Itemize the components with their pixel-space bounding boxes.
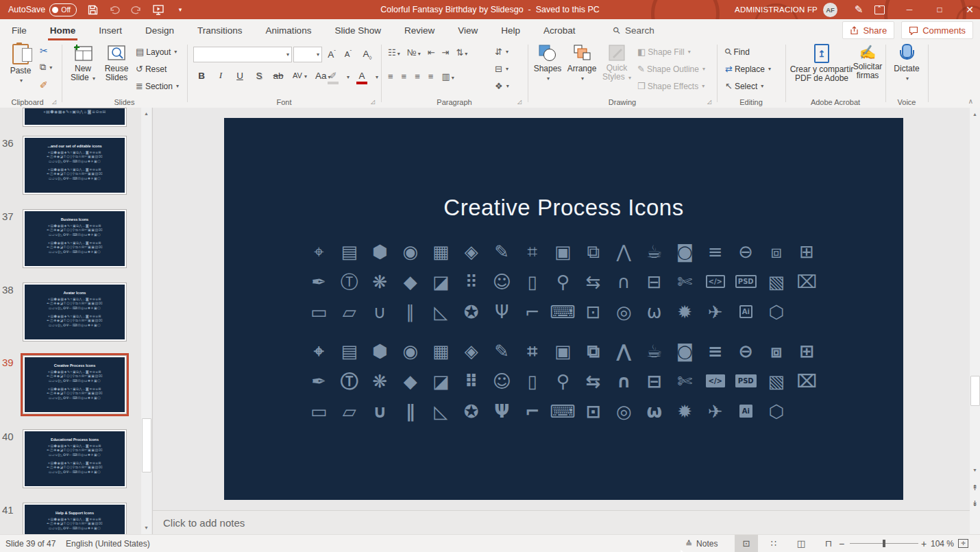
pen-nib-icon[interactable]: ✒ [304, 366, 334, 396]
language-indicator[interactable]: English (United States) [66, 535, 150, 552]
cubes-icon[interactable]: ⬢ [365, 237, 395, 267]
target-icon[interactable]: ◎ [609, 297, 639, 327]
bullets-button[interactable]: ☷▾ [388, 47, 400, 58]
cactus-icon[interactable]: Ψ [487, 297, 517, 327]
ribbon-display-options-icon[interactable]: ⌃ [869, 0, 890, 19]
cactus-icon[interactable]: Ψ [487, 396, 517, 427]
layers-icon[interactable]: ≡ [700, 336, 731, 366]
view-reading-button[interactable]: ◫ [789, 535, 813, 552]
notes-pane[interactable]: Click to add notes [153, 510, 970, 534]
grow-font-button[interactable]: Aˆ [326, 49, 337, 60]
collapse-ribbon-button[interactable]: ∧ [968, 97, 973, 105]
slide-thumbnail-36[interactable]: ...and our set of editable icons⌖▤⬢◉▦◈✎⌗… [23, 136, 127, 195]
coffee-cup-icon[interactable]: ☕ [639, 237, 670, 267]
text-frame-icon[interactable]: Ⓣ [334, 267, 365, 297]
clapperboard-icon[interactable]: ◪ [426, 267, 456, 297]
strikethrough-button[interactable]: ab [273, 71, 284, 81]
search-file-icon[interactable]: ⚲ [548, 366, 578, 396]
columns-button[interactable]: ▥▾ [441, 71, 454, 82]
share-button[interactable]: Share [842, 21, 894, 39]
diamond-icon[interactable]: ◆ [395, 366, 426, 396]
clear-formatting-button[interactable]: A◊ [362, 49, 373, 61]
color-wheel-icon[interactable]: ◉ [395, 336, 426, 366]
scroll-up-icon[interactable]: ▲ [970, 108, 980, 119]
camera-icon[interactable]: ◙ [670, 336, 700, 366]
crop-tool-icon[interactable]: ⌧ [792, 366, 822, 396]
slide[interactable]: Creative Process Icons ⌖▤⬢◉▦◈✎⌗▣⧉⋀☕◙≡⊖⧈⊞… [224, 118, 903, 500]
sketchbook-icon[interactable]: ▣ [548, 336, 578, 366]
character-spacing-button[interactable]: AV▾ [292, 71, 307, 80]
eraser-icon[interactable]: ▱ [334, 297, 365, 327]
devices-icon[interactable]: ⧈ [761, 237, 792, 267]
slide-indicator[interactable]: Slide 39 of 47 [5, 535, 56, 552]
slide-title[interactable]: Creative Process Icons [224, 195, 903, 221]
font-color-button[interactable]: A [356, 71, 367, 84]
autosave-pill[interactable]: Off [49, 3, 77, 16]
target-icon[interactable]: ◎ [609, 396, 639, 427]
pen-tools-icon[interactable]: ✎ [848, 0, 869, 19]
request-signatures-button[interactable]: ✍ Solicitar firmas [851, 44, 884, 80]
crop-tool-icon[interactable]: ⌧ [792, 267, 822, 297]
brain-icon[interactable]: ω [639, 396, 670, 427]
printer-icon[interactable]: ⊡ [578, 396, 609, 427]
clipboard-dialog-launcher[interactable]: ◿ [52, 99, 56, 105]
tab-slide-show[interactable]: Slide Show [323, 19, 393, 41]
brain-icon[interactable]: ω [639, 297, 670, 327]
fit-to-window-button[interactable]: ✛ [958, 535, 968, 552]
arrange-button[interactable]: Arrange▾ [565, 44, 599, 83]
reuse-slides-button[interactable]: Reuse Slides [100, 44, 133, 82]
image-frame-icon[interactable]: ▧ [761, 366, 792, 396]
select-button[interactable]: ↖Select▾ [725, 81, 763, 91]
font-dialog-launcher[interactable]: ◿ [371, 99, 375, 105]
slide-thumbnail-40[interactable]: Educational Process Icons⌖▤⬢◉▦◈✎⌗▣⧉⋀☕◙≡⊖… [23, 429, 127, 488]
slide-canvas[interactable]: Creative Process Icons ⌖▤⬢◉▦◈✎⌗▣⧉⋀☕◙≡⊖⧈⊞… [153, 108, 970, 510]
creative-mind-icon[interactable]: ☺ [487, 366, 517, 396]
psd-file-icon[interactable]: PSD [731, 366, 761, 396]
find-button[interactable]: ⚲Find [725, 47, 750, 57]
sketchbook-icon[interactable]: ▣ [548, 237, 578, 267]
pen-tool-display-icon[interactable]: ⌗ [517, 237, 548, 267]
numbering-button[interactable]: №▾ [407, 47, 421, 58]
drawing-dialog-launcher[interactable]: ◿ [707, 99, 711, 105]
drafting-compass-icon[interactable]: ⌖ [304, 336, 334, 366]
save-icon[interactable] [86, 3, 99, 16]
tab-design[interactable]: Design [134, 19, 186, 41]
slide-thumbnail-39[interactable]: Creative Process Icons⌖▤⬢◉▦◈✎⌗▣⧉⋀☕◙≡⊖⧈⊞ … [23, 355, 127, 414]
thumbnail-partial[interactable]: ⌖▤⬢◉▦◈✎⌗▣⧉⋀☕◙≡⊖⧈⊞ [23, 108, 127, 127]
justify-button[interactable]: ≡ [428, 71, 434, 82]
smartphone-icon[interactable]: ▯ [517, 267, 548, 297]
align-left-button[interactable]: ≡ [388, 71, 393, 82]
shrink-font-button[interactable]: Aˇ [343, 49, 354, 58]
undo-icon[interactable] [108, 3, 121, 16]
diamond-icon[interactable]: ◆ [395, 267, 426, 297]
quick-styles-button[interactable]: Quick Styles ▾ [600, 44, 633, 82]
cube-3d-icon[interactable]: ⬡ [761, 396, 792, 427]
art-easel-icon[interactable]: ⋀ [609, 336, 639, 366]
ai-file-icon[interactable]: Ai [731, 297, 761, 327]
paint-palette-icon[interactable]: ⠿ [456, 366, 487, 396]
redo-icon[interactable] [130, 3, 143, 16]
maximize-button[interactable]: □ [929, 0, 950, 19]
font-size-combobox[interactable]: ▾ [293, 47, 322, 62]
file-transfer-icon[interactable]: ⇆ [578, 267, 609, 297]
coffee-cup-icon[interactable]: ☕ [639, 336, 670, 366]
graphics-tablet-icon[interactable]: ▭ [304, 396, 334, 427]
file-transfer-icon[interactable]: ⇆ [578, 366, 609, 396]
line-spacing-button[interactable]: ⇅▾ [456, 47, 467, 58]
innovation-bulb-icon[interactable]: ✹ [670, 297, 700, 327]
view-normal-button[interactable]: ⊡ [735, 535, 758, 552]
comments-button[interactable]: Comments [901, 21, 973, 39]
innovation-bulb-icon[interactable]: ✹ [670, 396, 700, 427]
slide-thumbnail-41[interactable]: Help & Support Icons⌖▤⬢◉▦◈✎⌗▣⧉⋀☕◙≡⊖⧈⊞ ✒Ⓣ… [23, 503, 127, 534]
cut-button[interactable]: ✂ [40, 45, 48, 56]
previous-slide-button[interactable]: ↟ [970, 481, 980, 494]
tab-help[interactable]: Help [489, 19, 532, 41]
slide-thumbnail-37[interactable]: Business Icons⌖▤⬢◉▦◈✎⌗▣⧉⋀☕◙≡⊖⧈⊞ ✒Ⓣ❋◆◪⠿☺▯… [23, 209, 127, 268]
search-box[interactable]: ⚲ Search [613, 19, 654, 41]
shapes-button[interactable]: Shapes▾ [532, 44, 563, 83]
tab-file[interactable]: File [0, 19, 38, 41]
ai-file-icon[interactable]: Ai [731, 396, 761, 427]
paint-palette-icon[interactable]: ⠿ [456, 267, 487, 297]
main-scrollbar-thumb[interactable] [970, 376, 980, 406]
processor-chip-icon[interactable]: ⊞ [792, 237, 822, 267]
